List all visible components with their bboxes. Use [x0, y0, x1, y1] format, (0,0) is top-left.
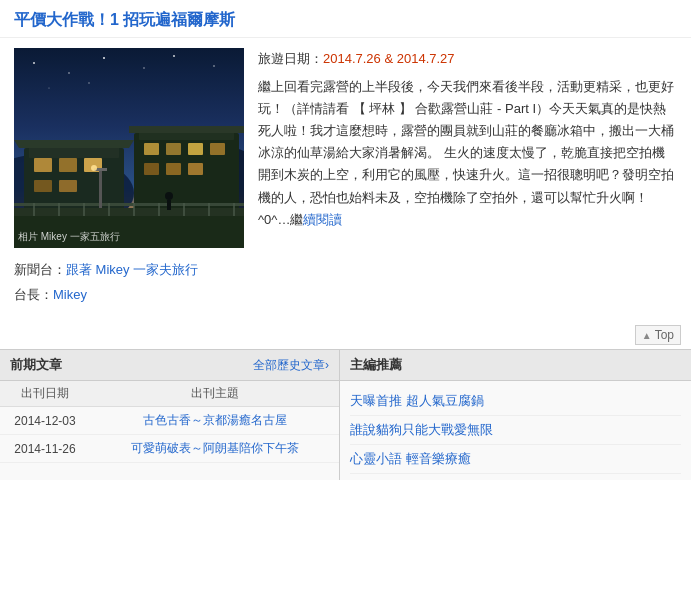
- svg-rect-14: [34, 158, 52, 172]
- top-label: Top: [655, 328, 674, 342]
- news-line: 新聞台：跟著 Mikey 一家夫旅行: [14, 258, 677, 283]
- row-date: 2014-12-03: [0, 414, 90, 428]
- date-value: 2014.7.26 & 2014.7.27: [323, 51, 455, 66]
- author-link[interactable]: Mikey: [53, 287, 87, 302]
- svg-rect-28: [188, 163, 203, 175]
- svg-rect-42: [167, 200, 171, 210]
- svg-rect-26: [144, 163, 159, 175]
- top-button-row: ▲ Top: [0, 321, 691, 349]
- svg-point-5: [173, 55, 175, 57]
- svg-point-41: [165, 192, 173, 200]
- right-panel: 主編推薦 天曝首推 超人氣豆腐鍋誰說貓狗只能大戰愛無限心靈小語 輕音樂療癒: [340, 350, 691, 480]
- row-date: 2014-11-26: [0, 442, 90, 456]
- right-panel-header: 主編推薦: [340, 350, 691, 381]
- table-rows: 2014-12-03 古色古香～京都湯癒名古屋 2014-11-26 可愛萌破表…: [0, 407, 339, 463]
- image-caption: 相片 Mikey 一家五旅行: [18, 230, 120, 244]
- col-title-header: 出刊主題: [90, 385, 339, 402]
- right-item-link[interactable]: 天曝首推 超人氣豆腐鍋: [350, 393, 484, 408]
- svg-point-7: [48, 87, 49, 88]
- author-label: 台長：: [14, 287, 53, 302]
- svg-rect-25: [210, 143, 225, 155]
- right-item-link[interactable]: 心靈小語 輕音樂療癒: [350, 451, 471, 466]
- svg-point-3: [103, 57, 105, 59]
- top-arrow-icon: ▲: [642, 330, 652, 341]
- left-panel-header: 前期文章 全部歷史文章›: [0, 350, 339, 381]
- row-title: 古色古香～京都湯癒名古屋: [90, 412, 339, 429]
- article-text: 旅遊日期：2014.7.26 & 2014.7.27 繼上回看完露營的上半段後，…: [258, 48, 677, 248]
- col-date-header: 出刊日期: [0, 385, 90, 402]
- svg-point-2: [68, 72, 70, 74]
- svg-rect-15: [59, 158, 77, 172]
- article-body: 繼上回看完露營的上半段後，今天我們來看後半段，活動更精采，也更好玩！（詳情請看 …: [258, 79, 674, 227]
- right-panel-item: 心靈小語 輕音樂療癒: [350, 445, 681, 474]
- row-title-link[interactable]: 古色古香～京都湯癒名古屋: [143, 413, 287, 427]
- right-panel-title: 主編推薦: [350, 356, 402, 374]
- all-history-link[interactable]: 全部歷史文章›: [253, 357, 329, 374]
- article-image: 相片 Mikey 一家五旅行: [14, 48, 244, 248]
- page-header: 平價大作戰！1 招玩遍福爾摩斯: [0, 0, 691, 38]
- svg-point-8: [88, 82, 89, 83]
- svg-rect-43: [99, 168, 102, 208]
- left-panel-title: 前期文章: [10, 356, 62, 374]
- article-section: 相片 Mikey 一家五旅行 旅遊日期：2014.7.26 & 2014.7.2…: [14, 48, 677, 248]
- svg-marker-21: [129, 126, 244, 133]
- svg-point-45: [91, 165, 97, 171]
- article-date: 旅遊日期：2014.7.26 & 2014.7.27: [258, 48, 677, 70]
- date-label: 旅遊日期：: [258, 51, 323, 66]
- news-link[interactable]: 跟著 Mikey 一家夫旅行: [66, 262, 198, 277]
- right-panel-item: 天曝首推 超人氣豆腐鍋: [350, 387, 681, 416]
- bottom-section: 前期文章 全部歷史文章› 出刊日期 出刊主題 2014-12-03 古色古香～京…: [0, 349, 691, 480]
- right-item-link[interactable]: 誰說貓狗只能大戰愛無限: [350, 422, 493, 437]
- left-panel: 前期文章 全部歷史文章› 出刊日期 出刊主題 2014-12-03 古色古香～京…: [0, 350, 340, 480]
- svg-point-6: [213, 65, 215, 67]
- right-panel-items: 天曝首推 超人氣豆腐鍋誰說貓狗只能大戰愛無限心靈小語 輕音樂療癒: [340, 381, 691, 480]
- main-content: 相片 Mikey 一家五旅行 旅遊日期：2014.7.26 & 2014.7.2…: [0, 38, 691, 321]
- read-more-link[interactable]: 續閱讀: [303, 212, 342, 227]
- svg-rect-18: [59, 180, 77, 192]
- author-line: 台長：Mikey: [14, 283, 677, 308]
- row-title: 可愛萌破表～阿朗基陪你下午茶: [90, 440, 339, 457]
- svg-point-4: [143, 67, 145, 69]
- svg-point-1: [33, 62, 35, 64]
- table-row: 2014-11-26 可愛萌破表～阿朗基陪你下午茶: [0, 435, 339, 463]
- table-row: 2014-12-03 古色古香～京都湯癒名古屋: [0, 407, 339, 435]
- row-title-link[interactable]: 可愛萌破表～阿朗基陪你下午茶: [131, 441, 299, 455]
- svg-rect-27: [166, 163, 181, 175]
- right-panel-item: 誰說貓狗只能大戰愛無限: [350, 416, 681, 445]
- top-button[interactable]: ▲ Top: [635, 325, 681, 345]
- svg-rect-22: [144, 143, 159, 155]
- table-header-row: 出刊日期 出刊主題: [0, 381, 339, 407]
- svg-rect-17: [34, 180, 52, 192]
- news-section: 新聞台：跟著 Mikey 一家夫旅行 台長：Mikey: [14, 258, 677, 307]
- svg-rect-23: [166, 143, 181, 155]
- svg-marker-13: [14, 140, 134, 148]
- news-label: 新聞台：: [14, 262, 66, 277]
- svg-rect-24: [188, 143, 203, 155]
- page-title: 平價大作戰！1 招玩遍福爾摩斯: [14, 10, 677, 31]
